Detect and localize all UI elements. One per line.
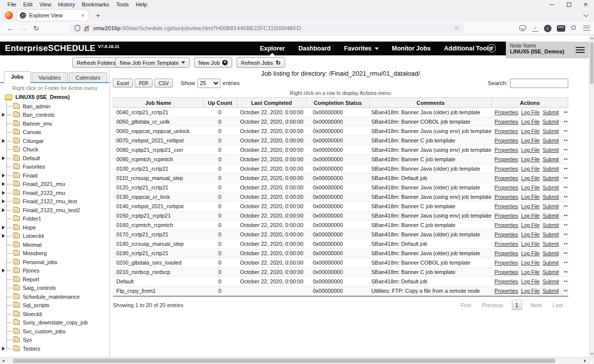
properties-link[interactable]: Properties [495, 128, 518, 134]
scroll-left-icon[interactable] [0, 358, 6, 364]
sidebar-item-saig-controls[interactable]: Saig_controls [0, 284, 109, 293]
expand-arrow-icon[interactable] [2, 199, 5, 203]
menu-hamburger-icon[interactable] [583, 26, 590, 31]
tab-variables[interactable]: Variables [32, 72, 68, 82]
scroll-down-icon[interactable] [590, 352, 594, 357]
table-row[interactable]: 0180_rcrsusp_manual_step0October 22, 202… [113, 239, 568, 249]
more-actions-icon[interactable]: ••• [564, 176, 568, 181]
expand-arrow-icon[interactable] [2, 226, 5, 229]
properties-link[interactable]: Properties [495, 166, 518, 172]
tab-list-chevron-icon[interactable] [584, 13, 588, 17]
expand-arrow-icon[interactable] [2, 156, 5, 160]
submit-link[interactable]: Submit [543, 194, 559, 200]
submit-link[interactable]: Submit [543, 137, 559, 143]
new-job-from-template-button[interactable]: New Job From Template [115, 57, 190, 68]
column-header-job-name[interactable]: Job Name [113, 97, 203, 108]
table-row[interactable]: 0090_rcpmtch_rcpmtch0October 22, 2020, 0… [113, 155, 568, 164]
more-actions-icon[interactable]: ••• [564, 288, 568, 293]
log-file-link[interactable]: Log File [521, 278, 540, 284]
submit-link[interactable]: Submit [543, 128, 559, 134]
column-header-actions[interactable]: Actions [492, 97, 568, 108]
submit-link[interactable]: Submit [543, 147, 559, 153]
pagination-next[interactable]: Next [525, 302, 547, 308]
tab-calendars[interactable]: Calendars [69, 72, 107, 82]
expand-arrow-icon[interactable] [2, 347, 5, 351]
log-file-link[interactable]: Log File [521, 241, 540, 247]
menu-help[interactable]: Help [132, 1, 150, 7]
submit-link[interactable]: Submit [543, 119, 559, 125]
export-excel-button[interactable]: Excel [113, 79, 133, 88]
close-icon[interactable]: ✕ [577, 0, 594, 9]
sidebar-item-lstoeckli[interactable]: Lstoeckli [0, 232, 109, 241]
table-row[interactable]: 0190_rcrtp21_rcrtp210October 22, 2020, 0… [113, 249, 568, 258]
pocket-icon[interactable] [519, 25, 526, 31]
nav-dashboard[interactable]: Dashboard [298, 42, 331, 55]
url-bar[interactable]: vmw2016p :90/ise/Schedule.cgi/ise/jobvie… [70, 23, 464, 33]
log-file-link[interactable]: Log File [521, 128, 540, 134]
tab-jobs[interactable]: Jobs [4, 71, 31, 83]
back-icon[interactable]: ← [4, 23, 17, 33]
pagination-current-page[interactable]: 1 [512, 300, 522, 310]
table-row[interactable]: 0200_glbdata_isirs_loaded0October 22, 20… [113, 258, 568, 268]
forward-icon[interactable]: → [17, 23, 30, 33]
firefox-icon[interactable] [5, 11, 13, 19]
nav-explorer[interactable]: Explorer [260, 42, 285, 55]
column-header-completion-status[interactable]: Completion Status [306, 97, 369, 108]
export-pdf-button[interactable]: PDF [135, 79, 152, 88]
search-input[interactable] [510, 79, 568, 88]
more-actions-icon[interactable]: ••• [564, 251, 568, 256]
properties-link[interactable]: Properties [495, 213, 518, 219]
nav-favorites[interactable]: Favorites [344, 42, 379, 55]
nav-monitor-jobs[interactable]: Monitor Jobs [392, 42, 431, 55]
submit-link[interactable]: Submit [543, 222, 559, 228]
more-actions-icon[interactable]: ••• [564, 194, 568, 199]
sidebar-item-pjones[interactable]: Pjones [0, 267, 109, 275]
table-row[interactable]: 0140_rorbpst_2021_rorbpst0October 22, 20… [113, 202, 568, 211]
log-file-link[interactable]: Log File [521, 222, 540, 228]
table-row[interactable]: 0050_glbdata_cr_unlk0October 22, 2020, 0… [113, 117, 568, 127]
expand-arrow-icon[interactable] [2, 113, 5, 117]
more-actions-icon[interactable]: ••• [564, 185, 568, 190]
expand-arrow-icon[interactable] [2, 191, 5, 195]
table-row[interactable]: 0150_rcptp21_rcptp210October 22, 2020, 0… [113, 211, 568, 221]
sidebar-item-banner-env[interactable]: Banner_env [0, 119, 109, 128]
menu-edit[interactable]: Edit [20, 1, 36, 7]
maximize-icon[interactable] [560, 0, 577, 9]
properties-link[interactable]: Properties [495, 156, 518, 162]
help-icon[interactable]: ? [488, 44, 496, 52]
submit-link[interactable]: Submit [543, 250, 559, 256]
more-actions-icon[interactable]: ••• [564, 204, 568, 209]
bookmark-star-icon[interactable]: ☆ [454, 25, 460, 32]
sidebar-item-finaid-2122-rmu-test2[interactable]: Finaid_2122_rmu_test2 [0, 206, 109, 215]
more-actions-icon[interactable]: ••• [564, 138, 568, 143]
table-row[interactable]: 0060_roppcat_roppcat_unlock0October 22, … [113, 127, 568, 136]
table-row[interactable]: Ftp_copy_from100x00000000Utilities: FTP:… [113, 286, 568, 296]
submit-link[interactable]: Submit [543, 231, 559, 237]
sidebar-item-finaid-2021-rmu[interactable]: Finaid_2021_rmu [0, 180, 109, 189]
log-file-link[interactable]: Log File [521, 137, 540, 143]
scroll-up-icon[interactable] [590, 36, 594, 41]
vertical-scrollbar-thumb[interactable] [590, 42, 594, 84]
submit-link[interactable]: Submit [543, 156, 559, 162]
table-row[interactable]: 0110_rcrsusp_manual_step0October 22, 202… [113, 174, 568, 183]
submit-link[interactable]: Submit [543, 166, 559, 172]
horizontal-scrollbar-thumb[interactable] [13, 359, 555, 363]
properties-link[interactable]: Properties [495, 184, 518, 190]
table-row[interactable]: 0160_rcpmtch_rcpmtch0October 22, 2020, 0… [113, 221, 568, 230]
more-actions-icon[interactable]: ••• [564, 119, 568, 124]
sidebar-item-mossberg[interactable]: Mossberg [0, 249, 109, 258]
sidebar-item-suny-downstate-copy-job[interactable]: Suny_downstate_copy_job [0, 318, 109, 327]
table-row[interactable]: 0130_roppcat_cr_lock0October 22, 2020, 0… [113, 192, 568, 202]
sidebar-item-schedule-maintenance[interactable]: Schedule_maintenance [0, 292, 109, 301]
more-actions-icon[interactable]: ••• [564, 147, 568, 152]
menu-view[interactable]: View [36, 1, 55, 7]
sidebar-item-folder1[interactable]: Folder1 [0, 215, 109, 224]
sidebar-item-testers[interactable]: Testers [0, 344, 109, 353]
more-actions-icon[interactable]: ••• [564, 213, 568, 218]
more-actions-icon[interactable]: ••• [564, 110, 568, 115]
sidebar-item-chuck[interactable]: Chuck [0, 145, 109, 154]
puzzle-icon[interactable] [571, 25, 578, 32]
more-actions-icon[interactable]: ••• [564, 241, 568, 246]
log-file-link[interactable]: Log File [521, 147, 540, 153]
more-actions-icon[interactable]: ••• [564, 232, 568, 237]
